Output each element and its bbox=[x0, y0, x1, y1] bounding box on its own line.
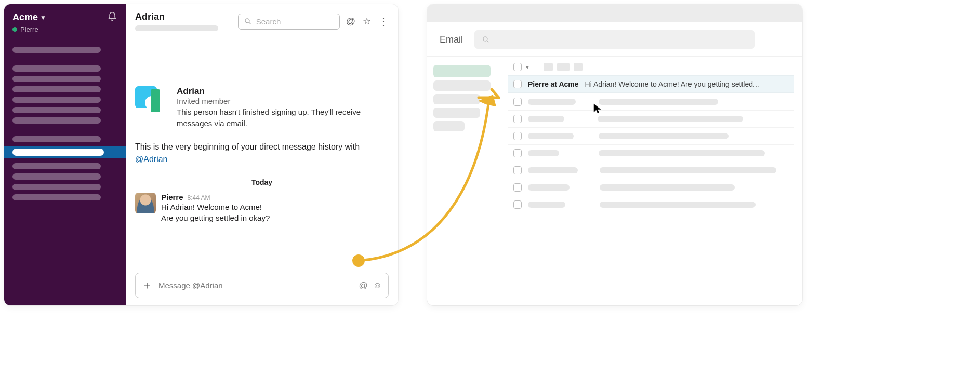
email-subject: Hi Adrian! Welcome to Acme! Are you gett… bbox=[585, 80, 790, 88]
email-sidebar bbox=[427, 57, 508, 305]
select-all-checkbox[interactable] bbox=[513, 63, 522, 71]
sidebar-item[interactable] bbox=[12, 194, 101, 200]
row-checkbox[interactable] bbox=[513, 183, 522, 192]
email-search-input[interactable] bbox=[474, 30, 755, 49]
email-nav-item-active[interactable] bbox=[433, 65, 491, 77]
sidebar-item-active[interactable] bbox=[4, 146, 126, 158]
svg-point-1 bbox=[483, 37, 487, 41]
dm-intro-note: This person hasn't finished signing up. … bbox=[177, 106, 374, 129]
date-divider: Today bbox=[135, 178, 389, 186]
row-checkbox[interactable] bbox=[513, 98, 522, 106]
current-user-name: Pierre bbox=[20, 25, 38, 33]
slack-main: Adrian Search @ ☆ ⋮ bbox=[126, 4, 398, 305]
message: Pierre 8:44 AM Hi Adrian! Welcome to Acm… bbox=[135, 193, 389, 224]
row-checkbox[interactable] bbox=[513, 149, 522, 157]
row-checkbox[interactable] bbox=[513, 166, 522, 174]
email-list-header: ▼ bbox=[508, 62, 794, 75]
slack-window: Acme ▼ Pierre bbox=[4, 4, 398, 305]
message-author[interactable]: Pierre bbox=[161, 193, 183, 202]
email-sender: Pierre at Acme bbox=[528, 80, 579, 88]
sidebar-item[interactable] bbox=[12, 65, 101, 72]
sidebar-item[interactable] bbox=[12, 76, 101, 82]
mention-link[interactable]: @Adrian bbox=[135, 155, 168, 164]
email-nav-item[interactable] bbox=[433, 121, 465, 131]
email-list: ▼ Pierre at Acme Hi Adrian! Welcome to A… bbox=[508, 57, 802, 305]
email-row[interactable] bbox=[508, 93, 794, 110]
slack-sidebar: Acme ▼ Pierre bbox=[4, 4, 126, 305]
email-row[interactable] bbox=[508, 110, 794, 127]
email-row[interactable] bbox=[508, 162, 794, 179]
dm-intro-role: Invited member bbox=[177, 97, 374, 105]
message-text-line: Are you getting settled in okay? bbox=[161, 212, 270, 224]
row-checkbox[interactable] bbox=[513, 132, 522, 140]
row-checkbox[interactable] bbox=[513, 200, 522, 209]
row-checkbox[interactable] bbox=[513, 115, 522, 123]
toolbar-button[interactable] bbox=[544, 63, 553, 71]
message-text-line: Hi Adrian! Welcome to Acme! bbox=[161, 202, 270, 213]
workspace-name: Acme bbox=[12, 12, 38, 23]
sidebar-item[interactable] bbox=[12, 184, 101, 190]
workspace-switcher[interactable]: Acme ▼ bbox=[12, 12, 107, 23]
search-icon bbox=[482, 35, 490, 44]
sidebar-item[interactable] bbox=[12, 97, 101, 103]
window-titlebar bbox=[427, 4, 802, 22]
mention-icon[interactable]: @ bbox=[359, 280, 367, 291]
search-icon bbox=[244, 17, 252, 25]
email-row[interactable]: Pierre at Acme Hi Adrian! Welcome to Acm… bbox=[508, 75, 794, 93]
message-timestamp: 8:44 AM bbox=[188, 194, 210, 202]
sidebar-item[interactable] bbox=[12, 136, 101, 142]
cursor-icon bbox=[592, 103, 604, 114]
sidebar-item[interactable] bbox=[12, 163, 101, 169]
row-checkbox[interactable] bbox=[513, 80, 522, 88]
toolbar-button[interactable] bbox=[557, 63, 570, 71]
toolbar-button[interactable] bbox=[574, 63, 583, 71]
channel-title[interactable]: Adrian bbox=[135, 11, 218, 22]
select-all-menu-icon[interactable]: ▼ bbox=[525, 64, 530, 70]
email-app-title: Email bbox=[440, 34, 463, 45]
search-input[interactable]: Search bbox=[238, 14, 340, 30]
chevron-down-icon: ▼ bbox=[40, 14, 46, 21]
emoji-icon[interactable]: ☺ bbox=[373, 280, 382, 291]
sidebar-item[interactable] bbox=[12, 173, 101, 180]
email-row[interactable] bbox=[508, 127, 794, 144]
dm-intro-name: Adrian bbox=[177, 86, 374, 97]
sidebar-item[interactable] bbox=[12, 86, 101, 92]
channel-header: Adrian Search @ ☆ ⋮ bbox=[126, 4, 398, 34]
attach-icon[interactable]: ＋ bbox=[142, 278, 152, 292]
bell-icon[interactable] bbox=[107, 11, 117, 23]
presence-indicator bbox=[12, 27, 17, 32]
email-row[interactable] bbox=[508, 196, 794, 213]
composer-placeholder: Message @Adrian bbox=[158, 281, 223, 290]
dm-intro: Adrian Invited member This person hasn't… bbox=[135, 86, 389, 129]
sidebar-item[interactable] bbox=[12, 117, 101, 124]
email-row[interactable] bbox=[508, 179, 794, 196]
email-nav-item[interactable] bbox=[433, 80, 491, 91]
dm-avatar bbox=[135, 86, 169, 112]
avatar[interactable] bbox=[135, 193, 156, 213]
email-row[interactable] bbox=[508, 144, 794, 162]
current-user[interactable]: Pierre bbox=[4, 25, 126, 43]
star-icon[interactable]: ☆ bbox=[363, 16, 371, 27]
sidebar-item[interactable] bbox=[12, 47, 101, 53]
message-composer[interactable]: ＋ Message @Adrian @ ☺ bbox=[135, 273, 389, 298]
email-nav-item[interactable] bbox=[433, 94, 480, 104]
email-window: Email ▼ bbox=[427, 4, 802, 305]
email-nav-item[interactable] bbox=[433, 108, 480, 118]
svg-point-0 bbox=[245, 19, 249, 23]
mentions-icon[interactable]: @ bbox=[346, 16, 355, 27]
dm-beginning-text: This is the very beginning of your direc… bbox=[135, 141, 364, 166]
sidebar-item[interactable] bbox=[12, 107, 101, 113]
channel-topic-placeholder[interactable] bbox=[135, 25, 218, 31]
more-actions-icon[interactable]: ⋮ bbox=[378, 16, 389, 26]
search-placeholder: Search bbox=[256, 17, 281, 26]
